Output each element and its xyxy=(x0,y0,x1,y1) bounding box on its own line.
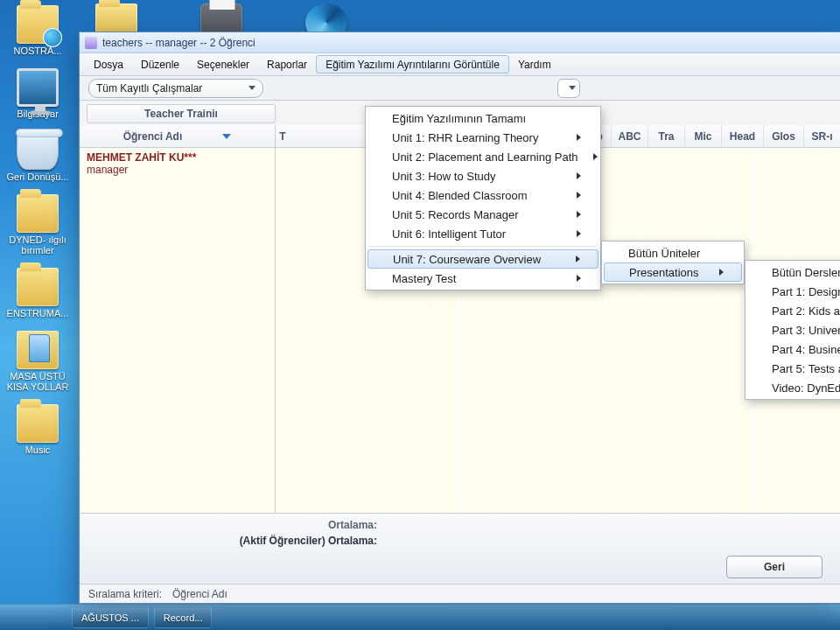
desktop-icon-music[interactable]: Music xyxy=(0,404,75,455)
menu-item[interactable]: Unit 4: Blended Classroom xyxy=(366,186,600,205)
taskbar-button[interactable]: AĞUSTOS ... xyxy=(72,607,149,628)
dropdown-presentations: Bütün Dersler Part 1: Design Overview Pa… xyxy=(745,260,840,400)
window-title: teachers -- manager -- 2 Öğrenci xyxy=(102,37,256,49)
status-label: Sıralama kriteri: xyxy=(88,588,162,600)
desktop-icon-kisa-yollar[interactable]: MASA ÜSTÜ KISA YOLLAR xyxy=(0,331,75,392)
status-value: Öğrenci Adı xyxy=(172,588,228,600)
app-window: teachers -- manager -- 2 Öğrenci Dosya D… xyxy=(79,32,840,604)
student-column: Öğrenci Adı MEHMET ZAHİT KU*** manager xyxy=(80,125,276,513)
menu-item[interactable]: Part 2: Kids and School xyxy=(746,301,840,320)
grid-col-tra[interactable]: Tra xyxy=(648,125,684,147)
menu-item[interactable]: Eğitim Yazılımının Tamamı xyxy=(366,108,600,128)
statusbar: Sıralama kriteri: Öğrenci Adı xyxy=(80,584,840,603)
menu-item[interactable]: Video: DynEd Introduction xyxy=(746,378,840,397)
submenu-arrow-icon xyxy=(577,211,581,218)
grid-col-mic[interactable]: Mic xyxy=(684,125,721,147)
menu-item[interactable]: Mastery Test xyxy=(366,269,600,288)
menu-separator xyxy=(369,246,597,247)
footer-active-average: (Aktif Öğrenciler) Ortalama: xyxy=(88,535,377,547)
student-row[interactable]: MEHMET ZAHİT KU*** xyxy=(87,151,268,164)
menu-item[interactable]: Part 5: Tests and Records xyxy=(746,359,840,378)
titlebar[interactable]: teachers -- manager -- 2 Öğrenci xyxy=(80,32,840,53)
grid-col-abc[interactable]: ABC xyxy=(611,125,648,147)
student-row[interactable]: manager xyxy=(87,164,268,176)
submenu-arrow-icon xyxy=(577,192,581,199)
back-button[interactable]: Geri xyxy=(726,556,822,578)
menu-raporlar[interactable]: Raporlar xyxy=(258,53,316,75)
menu-item[interactable]: Bütün Üniteler xyxy=(602,243,744,262)
menu-egitim-yazilimi[interactable]: Eğitim Yazılımı Ayrıntılarını Görüntüle xyxy=(316,55,509,74)
menu-item[interactable]: Part 1: Design Overview xyxy=(746,282,840,301)
student-column-header[interactable]: Öğrenci Adı xyxy=(80,125,275,148)
submenu-arrow-icon xyxy=(576,256,580,262)
menu-item[interactable]: Unit 5: Records Manager xyxy=(366,205,600,224)
submenu-arrow-icon xyxy=(577,275,581,282)
menubar: Dosya Düzenle Seçenekler Raporlar Eğitim… xyxy=(80,53,840,76)
student-list: MEHMET ZAHİT KU*** manager xyxy=(80,148,275,513)
taskbar-button[interactable]: Record... xyxy=(154,607,213,628)
filter-combo[interactable]: Tüm Kayıtlı Çalışmalar xyxy=(88,79,263,98)
menu-yardim[interactable]: Yardım xyxy=(509,53,560,75)
menu-item[interactable]: Bütün Dersler xyxy=(746,262,840,282)
menu-item[interactable]: Unit 6: Intelligent Tutor xyxy=(366,224,600,243)
menu-item-active[interactable]: Presentations xyxy=(604,262,742,282)
menu-dosya[interactable]: Dosya xyxy=(85,53,132,75)
secondary-combo[interactable] xyxy=(557,79,580,98)
submenu-arrow-icon xyxy=(577,134,581,141)
desktop-icon-nostra[interactable]: NOSTRA... xyxy=(0,5,75,56)
menu-item[interactable]: Unit 1: RHR Learning Theory xyxy=(366,128,600,147)
menu-item[interactable]: Unit 2: Placement and Learning Path xyxy=(366,147,600,166)
menu-item-active[interactable]: Unit 7: Courseware Overview xyxy=(368,249,598,269)
submenu-arrow-icon xyxy=(719,269,724,276)
dropdown-unit7: Bütün Üniteler Presentations xyxy=(601,241,745,284)
submenu-arrow-icon xyxy=(577,230,581,237)
menu-item[interactable]: Part 4: Business and ESP xyxy=(746,340,840,359)
footer: Ortalama: (Aktif Öğrenciler) Ortalama: G… xyxy=(80,513,840,584)
menu-secenekler[interactable]: Seçenekler xyxy=(188,53,258,75)
grid-col-sr[interactable]: SR-ı xyxy=(803,125,840,147)
desktop-icon-bilgisayar[interactable]: Bilgisayar xyxy=(0,68,75,119)
submenu-arrow-icon xyxy=(593,153,598,160)
dropdown-courseware: Eğitim Yazılımının Tamamı Unit 1: RHR Le… xyxy=(365,106,601,290)
desktop-icon-recycle-bin[interactable]: Geri Dönüşü... xyxy=(0,131,75,182)
menu-duzenle[interactable]: Düzenle xyxy=(132,53,188,75)
footer-average: Ortalama: xyxy=(88,519,377,531)
app-icon xyxy=(85,37,97,49)
chevron-down-icon xyxy=(248,86,256,90)
filter-combo-label: Tüm Kayıtlı Çalışmalar xyxy=(96,82,202,94)
menu-item[interactable]: Part 3: University and Adult xyxy=(746,320,840,340)
desktop-icon-dyned[interactable]: DYNED- ılgılı bırımler xyxy=(0,194,75,256)
student-column-header-label: Öğrenci Adı xyxy=(123,130,183,143)
grid-col[interactable]: T xyxy=(276,125,290,147)
sort-chevron-icon xyxy=(222,134,231,139)
grid-col-glos[interactable]: Glos xyxy=(763,125,803,147)
course-subtitle: Teacher Trainiı xyxy=(87,104,276,123)
grid-col-head[interactable]: Head xyxy=(721,125,763,147)
desktop: NOSTRA... Bilgisayar Geri Dönüşü... DYNE… xyxy=(0,0,79,630)
toolbar: Tüm Kayıtlı Çalışmalar xyxy=(80,76,840,101)
desktop-icon-enstruma[interactable]: ENSTRUMA... xyxy=(0,268,75,318)
submenu-arrow-icon xyxy=(577,172,581,179)
menu-item[interactable]: Unit 3: How to Study xyxy=(366,166,600,186)
taskbar: AĞUSTOS ... Record... xyxy=(0,604,840,630)
chevron-down-icon xyxy=(569,86,576,90)
